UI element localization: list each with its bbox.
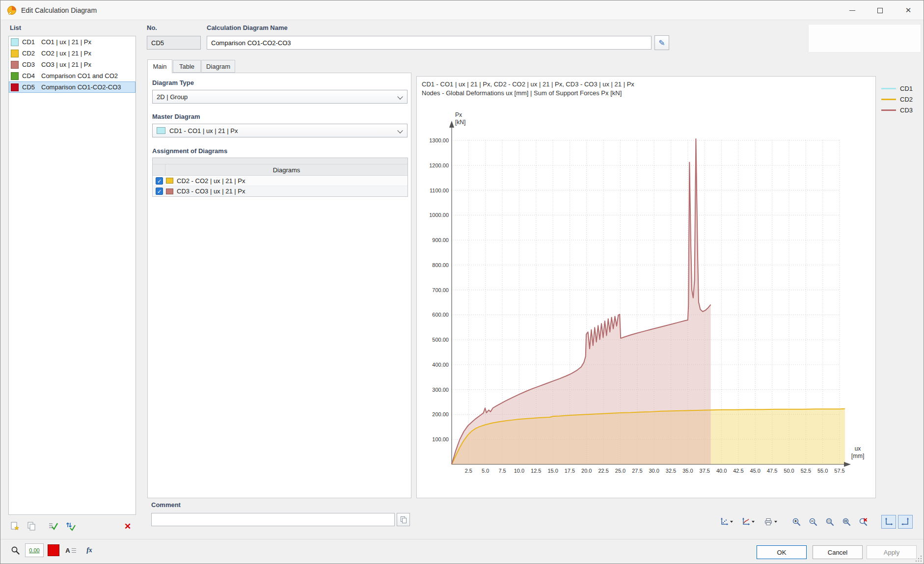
comment-copy-button[interactable]: [397, 513, 410, 526]
assignment-table-top-strip: [153, 158, 408, 164]
new-diagram-button[interactable]: [8, 520, 21, 533]
svg-text:1100.00: 1100.00: [430, 188, 449, 193]
row-checkbox[interactable]: ✓: [156, 177, 163, 185]
invert-selection-button[interactable]: [64, 520, 77, 533]
diagram-name-input[interactable]: [207, 36, 652, 50]
svg-text:600.00: 600.00: [432, 312, 449, 318]
maximize-icon: [877, 8, 883, 13]
list-item[interactable]: CD4Comparison CO1 and CO2: [9, 70, 136, 81]
zoom-all-button[interactable]: [839, 515, 854, 529]
svg-text:500.00: 500.00: [432, 337, 449, 343]
copy-diagram-button[interactable]: [25, 520, 38, 533]
print-button[interactable]: [761, 515, 780, 529]
chart-layout-right-button[interactable]: [898, 515, 913, 529]
decimal-places-label: 0.00: [29, 547, 39, 553]
tab-diagram[interactable]: Diagram: [201, 60, 235, 73]
color-picker-button[interactable]: [48, 544, 59, 556]
svg-text:47.5: 47.5: [767, 468, 777, 474]
zoom-out-button[interactable]: [806, 515, 820, 529]
zoom-cancel-button[interactable]: [856, 515, 870, 529]
check-all-button[interactable]: [47, 520, 59, 533]
printer-icon: [764, 517, 773, 526]
apply-button[interactable]: Apply: [867, 545, 917, 559]
chevron-down-icon: [730, 521, 733, 523]
chart-panel: 2.55.07.510.012.515.017.520.022.525.027.…: [416, 76, 876, 498]
diagram-color-swatch: [166, 178, 173, 184]
svg-text:52.5: 52.5: [801, 468, 811, 474]
svg-text:40.0: 40.0: [716, 468, 727, 474]
svg-text:22.5: 22.5: [598, 468, 608, 474]
letter-a-icon: A: [65, 547, 70, 554]
calculation-diagram-chart[interactable]: 2.55.07.510.012.515.017.520.022.525.027.…: [417, 77, 875, 498]
close-button[interactable]: ✕: [895, 0, 922, 20]
zoom-window-icon: [825, 517, 834, 526]
axis-lines-button[interactable]: [738, 515, 758, 529]
diagram-color-swatch: [11, 83, 19, 91]
svg-text:300.00: 300.00: [432, 387, 449, 393]
svg-text:5.0: 5.0: [482, 468, 489, 474]
svg-text:Px: Px: [455, 111, 462, 118]
svg-text:15.0: 15.0: [547, 468, 558, 474]
axes-markers-icon: [720, 517, 729, 526]
zoom-in-icon: [792, 517, 801, 526]
chevron-down-icon: [397, 128, 403, 133]
zoom-window-button[interactable]: [822, 515, 837, 529]
checkbox-column-header: [153, 164, 165, 175]
invert-selection-icon: [66, 521, 76, 531]
tab-main[interactable]: Main: [147, 59, 172, 73]
svg-text:27.5: 27.5: [632, 468, 642, 474]
axes-bottom-right-icon: [901, 517, 910, 526]
list-item[interactable]: CD1CO1 | ux | 21 | Px: [9, 36, 136, 48]
chart-title: CD1 - CO1 | ux | 21 | Px, CD2 - CO2 | ux…: [422, 81, 634, 88]
svg-text:32.5: 32.5: [666, 468, 676, 474]
list-item[interactable]: CD3CO3 | ux | 21 | Px: [9, 59, 136, 70]
new-diagram-icon: [10, 521, 20, 531]
list-item[interactable]: CD2CO2 | ux | 21 | Px: [9, 48, 136, 59]
formula-button[interactable]: fx: [82, 543, 97, 557]
maximize-button[interactable]: [867, 0, 893, 20]
tab-table[interactable]: Table: [173, 60, 201, 73]
list-item-id: CD2: [22, 50, 38, 57]
master-diagram-select[interactable]: CD1 - CO1 | ux | 21 | Px: [152, 124, 408, 137]
svg-text:1000.00: 1000.00: [429, 212, 449, 218]
chevron-down-icon: [397, 94, 403, 99]
svg-text:2.5: 2.5: [465, 468, 472, 474]
header-side-panel: [808, 24, 921, 53]
resize-grip[interactable]: [915, 555, 923, 563]
rename-button[interactable]: ✎: [654, 35, 669, 50]
legend-line-sample: [881, 99, 896, 100]
comment-input[interactable]: [151, 513, 395, 526]
minimize-button[interactable]: [840, 0, 865, 20]
list-item[interactable]: CD5Comparison CO1-CO2-CO3: [9, 81, 136, 93]
no-field: CD5: [147, 36, 201, 50]
svg-text:55.0: 55.0: [817, 468, 828, 474]
chart-legend: CD1CD2CD3: [881, 83, 913, 115]
legend-item: CD3: [881, 105, 913, 115]
legend-item: CD2: [881, 94, 913, 105]
zoom-in-button[interactable]: [789, 515, 804, 529]
magnifier-icon: [11, 546, 20, 555]
svg-text:[mm]: [mm]: [851, 453, 865, 459]
assignment-row: ✓CD2 - CO2 | ux | 21 | Px: [153, 176, 408, 186]
display-settings-button[interactable]: A: [63, 543, 78, 557]
list-item-desc: CO3 | ux | 21 | Px: [41, 61, 91, 68]
legend-line-sample: [881, 109, 896, 111]
chevron-down-icon: [774, 521, 777, 523]
axis-markers-button[interactable]: [716, 515, 736, 529]
assignment-row-label: CD3 - CO3 | ux | 21 | Px: [177, 188, 245, 195]
row-checkbox[interactable]: ✓: [156, 188, 163, 195]
svg-text:100.00: 100.00: [432, 436, 449, 442]
cancel-button[interactable]: Cancel: [813, 545, 863, 559]
details-search-button[interactable]: [8, 543, 22, 557]
diagram-type-select[interactable]: 2D | Group: [152, 90, 408, 104]
decimal-places-button[interactable]: 0.00: [25, 543, 44, 557]
app-icon: [6, 5, 17, 16]
ok-button[interactable]: OK: [757, 545, 807, 559]
chart-layout-left-button[interactable]: [881, 515, 896, 529]
list-lines-icon: [72, 548, 76, 553]
delete-diagram-button[interactable]: ✕: [121, 520, 134, 533]
master-diagram-label: Master Diagram: [152, 113, 200, 120]
legend-label: CD1: [900, 85, 913, 92]
edit-calculation-diagram-dialog: Edit Calculation Diagram ✕ List CD1CO1 |…: [0, 0, 924, 564]
diagram-color-swatch: [166, 188, 173, 194]
